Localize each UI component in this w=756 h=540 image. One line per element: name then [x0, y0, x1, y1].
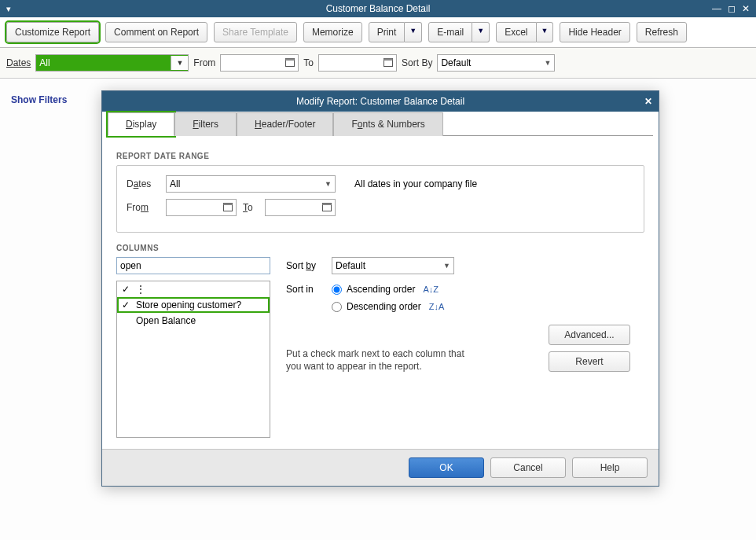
excel-split-button[interactable]: Excel ▼ — [496, 22, 553, 42]
dates-hint: All dates in your company file — [354, 178, 477, 189]
descending-label: Descending order — [347, 301, 421, 312]
sort-by-value: Default — [336, 260, 365, 271]
to-label: To — [303, 57, 314, 68]
system-menu-icon[interactable]: ▾ — [0, 4, 17, 14]
minimize-button[interactable]: — — [712, 3, 721, 14]
from-date-input[interactable] — [220, 54, 299, 72]
chevron-down-icon: ▼ — [439, 262, 450, 270]
sort-by-select[interactable]: Default ▼ — [437, 54, 555, 72]
side-buttons: Advanced... Revert — [549, 325, 630, 372]
revert-button[interactable]: Revert — [549, 351, 630, 372]
from-date-input[interactable] — [166, 199, 237, 216]
column-label: Store opening customer? — [136, 299, 241, 310]
descending-radio[interactable] — [332, 302, 342, 312]
tab-display[interactable]: Display — [108, 112, 174, 136]
column-item-open-balance[interactable]: Open Balance — [117, 313, 270, 329]
filter-bar: Dates All ▼ From To Sort By Default ▼ — [0, 48, 756, 79]
ascending-label: Ascending order — [347, 284, 415, 295]
dates-label: Dates — [127, 178, 160, 189]
sort-by-label: Sort by — [286, 260, 325, 271]
svg-rect-3 — [384, 59, 393, 61]
dates-value: All — [39, 57, 50, 68]
close-button[interactable]: ✕ — [742, 3, 750, 14]
memorize-button[interactable]: Memorize — [303, 22, 362, 42]
dialog-title: Modify Report: Customer Balance Detail — [102, 96, 659, 107]
svg-rect-1 — [286, 59, 295, 61]
tab-filters[interactable]: Filters — [174, 112, 237, 136]
chevron-down-icon: ▼ — [320, 180, 332, 188]
columns-hint: Put a check mark next to each column tha… — [286, 348, 472, 373]
from-label: From — [193, 57, 215, 68]
sort-by-value: Default — [441, 57, 471, 68]
calendar-icon — [223, 202, 233, 213]
dates-select[interactable]: All ▼ — [35, 54, 189, 72]
checkmark-icon: ✓ — [120, 299, 131, 310]
sort-descending-icon: Z↓A — [429, 302, 445, 311]
chevron-down-icon: ▼ — [539, 59, 551, 67]
to-label: To — [243, 202, 259, 213]
sort-by-label: Sort By — [402, 57, 432, 68]
window-title: Customer Balance Detail — [0, 3, 756, 14]
calendar-icon — [384, 57, 393, 68]
calendar-icon — [322, 202, 332, 213]
date-range-section-label: Report Date Range — [116, 152, 644, 160]
share-template-button: Share Template — [214, 22, 297, 42]
sort-in-label: Sort in — [286, 284, 325, 295]
dialog-footer: OK Cancel Help — [102, 449, 659, 486]
dialog-tabs: Display Filters Header/Footer Fonts & Nu… — [108, 112, 653, 136]
customize-report-button[interactable]: Customize Report — [6, 22, 99, 42]
dates-value: All — [170, 178, 180, 189]
to-date-input[interactable] — [265, 199, 336, 216]
svg-rect-5 — [224, 204, 233, 206]
column-item-store-opening[interactable]: ✓ Store opening customer? — [117, 297, 270, 313]
advanced-button[interactable]: Advanced... — [549, 325, 630, 345]
checkmark-icon — [120, 315, 131, 326]
column-label: Open Balance — [136, 315, 196, 326]
dialog-body: Report Date Range Dates All ▼ All dates … — [102, 136, 659, 449]
email-button[interactable]: E-mail — [428, 22, 472, 42]
tab-header-footer[interactable]: Header/Footer — [237, 112, 333, 136]
excel-button[interactable]: Excel — [496, 22, 536, 42]
cancel-button[interactable]: Cancel — [490, 457, 566, 478]
sort-ascending-icon: A↓Z — [423, 285, 439, 294]
modify-report-dialog: Modify Report: Customer Balance Detail ✕… — [101, 90, 659, 487]
columns-search-input[interactable] — [116, 257, 270, 274]
chevron-down-icon: ▼ — [171, 56, 188, 70]
refresh-button[interactable]: Refresh — [637, 22, 687, 42]
ok-button[interactable]: OK — [409, 457, 484, 478]
help-button[interactable]: Help — [572, 457, 648, 478]
email-split-button[interactable]: E-mail ▼ — [428, 22, 490, 42]
calendar-icon — [285, 57, 295, 68]
maximize-button[interactable]: ◻ — [728, 3, 736, 14]
to-date-input[interactable] — [318, 54, 397, 72]
hide-header-button[interactable]: Hide Header — [560, 22, 629, 42]
email-dropdown-icon[interactable]: ▼ — [472, 22, 490, 42]
dates-select[interactable]: All ▼ — [166, 175, 336, 193]
dialog-titlebar: Modify Report: Customer Balance Detail ✕ — [102, 91, 659, 112]
from-label: From — [127, 202, 160, 213]
ascending-radio[interactable] — [332, 285, 342, 295]
columns-list[interactable]: ✓ ⋮ ✓ Store opening customer? Open Balan… — [116, 281, 270, 438]
column-item[interactable]: ✓ ⋮ — [117, 281, 270, 297]
print-dropdown-icon[interactable]: ▼ — [405, 22, 422, 42]
main-titlebar: ▾ Customer Balance Detail — ◻ ✕ — [0, 0, 756, 17]
print-split-button[interactable]: Print ▼ — [369, 22, 423, 42]
columns-section-label: Columns — [116, 244, 644, 252]
column-label: ⋮ — [136, 284, 145, 295]
date-range-panel: Dates All ▼ All dates in your company fi… — [116, 165, 644, 233]
dates-label: Dates — [6, 57, 31, 68]
svg-rect-7 — [323, 204, 332, 206]
window-controls: — ◻ ✕ — [712, 3, 756, 14]
sort-by-select[interactable]: Default ▼ — [332, 257, 454, 274]
excel-dropdown-icon[interactable]: ▼ — [537, 22, 554, 42]
report-toolbar: Customize Report Comment on Report Share… — [0, 17, 756, 48]
comment-on-report-button[interactable]: Comment on Report — [105, 22, 207, 42]
checkmark-icon: ✓ — [120, 284, 131, 295]
tab-fonts-numbers[interactable]: Fonts & Numbers — [333, 112, 442, 136]
print-button[interactable]: Print — [369, 22, 406, 42]
